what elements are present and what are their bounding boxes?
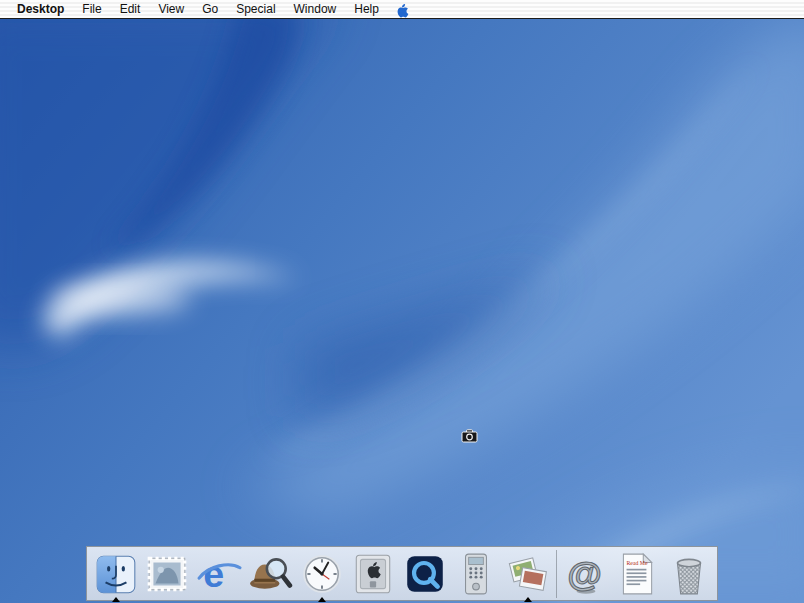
dock-item-trash[interactable] xyxy=(666,551,712,597)
desktop-wallpaper[interactable]: e xyxy=(0,19,804,603)
menu-window[interactable]: Window xyxy=(285,0,346,18)
at-sign-icon: @ xyxy=(563,551,609,597)
dock-item-clock[interactable] xyxy=(299,551,345,597)
dock-item-sherlock[interactable] xyxy=(247,551,293,597)
trash-icon xyxy=(666,551,712,597)
clock-icon xyxy=(299,551,345,597)
mail-stamp-icon xyxy=(144,551,190,597)
menu-view[interactable]: View xyxy=(149,0,193,18)
system-preferences-icon xyxy=(350,551,396,597)
svg-text:@: @ xyxy=(567,553,602,593)
dock-item-finder[interactable] xyxy=(93,551,139,597)
dock-divider xyxy=(556,550,557,598)
menu-go[interactable]: Go xyxy=(193,0,227,18)
quicktime-icon xyxy=(402,551,448,597)
dock: e xyxy=(86,546,718,601)
menu-edit[interactable]: Edit xyxy=(111,0,150,18)
dock-item-music-player[interactable] xyxy=(453,551,499,597)
dock-item-system-preferences[interactable] xyxy=(350,551,396,597)
svg-text:e: e xyxy=(203,552,224,594)
read-me-document-icon: Read Me xyxy=(614,551,660,597)
dock-item-read-me[interactable]: Read Me xyxy=(614,551,660,597)
dock-item-mail[interactable] xyxy=(144,551,190,597)
aqua-wallpaper-art xyxy=(0,19,804,603)
menu-help[interactable]: Help xyxy=(345,0,388,18)
menu-file[interactable]: File xyxy=(73,0,110,18)
music-player-icon xyxy=(453,551,499,597)
menu-bar: Desktop File Edit View Go Special Window… xyxy=(0,0,804,19)
internet-explorer-icon: e xyxy=(196,551,242,597)
dock-item-photos[interactable] xyxy=(505,551,551,597)
photos-icon xyxy=(505,551,551,597)
menu-desktop[interactable]: Desktop xyxy=(8,0,73,18)
camera-cursor-icon xyxy=(461,429,478,443)
menu-special[interactable]: Special xyxy=(227,0,284,18)
dock-item-quicktime-player[interactable] xyxy=(402,551,448,597)
read-me-label: Read Me xyxy=(627,559,648,565)
finder-icon xyxy=(93,551,139,597)
dock-item-at-sign[interactable]: @ xyxy=(563,551,609,597)
apple-logo-icon[interactable] xyxy=(395,1,409,18)
dock-item-internet-explorer[interactable]: e xyxy=(196,551,242,597)
screen: Desktop File Edit View Go Special Window… xyxy=(0,0,804,603)
sherlock-icon xyxy=(247,551,293,597)
